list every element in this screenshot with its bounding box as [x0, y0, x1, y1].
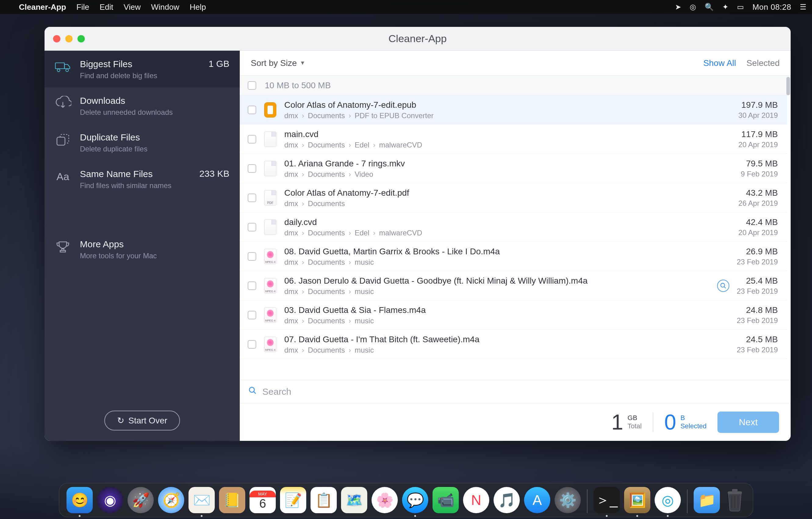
row-checkbox[interactable] [248, 340, 256, 349]
start-over-button[interactable]: ↻ Start Over [104, 411, 180, 431]
file-size: 42.4 MB [738, 217, 778, 227]
file-path: dmxDocumentsmusic [284, 287, 708, 296]
dock-mail-icon[interactable]: ✉️ [188, 487, 215, 513]
group-checkbox[interactable] [248, 81, 256, 90]
menu-file[interactable]: File [77, 2, 89, 12]
total-label: Total [628, 422, 641, 430]
svg-point-1 [57, 69, 60, 72]
aa-icon: Aa [54, 168, 72, 184]
file-date: 23 Feb 2019 [737, 346, 778, 354]
file-path: dmxDocumentsmusic [284, 258, 729, 267]
start-over-label: Start Over [128, 416, 168, 426]
window-zoom-button[interactable] [78, 35, 85, 43]
file-row[interactable]: 01. Ariana Grande - 7 rings.mkvdmxDocume… [240, 154, 787, 183]
file-size: 79.5 MB [741, 159, 778, 168]
selected-stat: 0 B Selected [664, 412, 707, 433]
file-row[interactable]: MPEG 403. David Guetta & Sia - Flames.m4… [240, 300, 787, 330]
dock-appstore-icon[interactable]: A [524, 487, 550, 513]
svg-rect-6 [728, 492, 742, 494]
sidebar-item-more-apps[interactable]: More Apps More tools for your Mac [45, 231, 240, 268]
dock-photos-icon[interactable]: 🌸 [372, 487, 398, 513]
dock-settings-icon[interactable]: ⚙️ [555, 487, 581, 513]
sidebar: Biggest Files Find and delete big files … [45, 51, 240, 441]
dock-preview-icon[interactable]: 🖼️ [624, 487, 650, 513]
status-circle-icon[interactable]: ◎ [690, 3, 696, 11]
dock-news-icon[interactable]: N [463, 487, 489, 513]
sidebar-item-subtitle: Delete duplicate files [80, 145, 229, 153]
spotlight-icon[interactable]: 🔍 [705, 3, 714, 11]
file-type-icon [264, 102, 277, 118]
file-row[interactable]: Color Atlas of Anatomy-7-edit.epubdmxDoc… [240, 95, 787, 125]
menu-help[interactable]: Help [190, 2, 206, 12]
file-row[interactable]: Color Atlas of Anatomy-7-edit.pdfdmxDocu… [240, 183, 787, 213]
row-checkbox[interactable] [248, 106, 256, 114]
refresh-icon: ↻ [117, 415, 124, 426]
sidebar-item-downloads[interactable]: Downloads Delete unneeded downloads [45, 87, 240, 124]
window-minimize-button[interactable] [65, 35, 72, 43]
file-row[interactable]: MPEG 406. Jason Derulo & David Guetta - … [240, 271, 787, 300]
dock-siri-icon[interactable]: ◉ [97, 487, 123, 513]
file-date: 20 Apr 2019 [738, 140, 778, 149]
sidebar-item-same-name-files[interactable]: Aa Same Name Files Find files with simil… [45, 161, 240, 197]
row-checkbox[interactable] [248, 311, 256, 319]
dock-contacts-icon[interactable]: 📒 [219, 487, 245, 513]
row-checkbox[interactable] [248, 164, 256, 173]
total-value: 1 [611, 412, 623, 433]
dock-trash-icon[interactable] [724, 487, 746, 513]
row-checkbox[interactable] [248, 252, 256, 261]
file-row[interactable]: main.cvddmxDocumentsEdelmalwareCVD117.9 … [240, 125, 787, 154]
sidebar-item-meta: 233 KB [200, 168, 229, 179]
main-panel: Sort by Size ▼ Show All Selected 10 MB t… [240, 51, 791, 441]
search-input[interactable] [262, 386, 782, 397]
dock-launchpad-icon[interactable]: 🚀 [127, 487, 154, 513]
row-checkbox[interactable] [248, 194, 256, 202]
file-path: dmxDocumentsVideo [284, 170, 734, 179]
window-close-button[interactable] [53, 35, 60, 43]
dock-downloads-folder-icon[interactable]: 📁 [694, 487, 720, 513]
menubar-app-name[interactable]: Cleaner-App [19, 2, 66, 12]
menu-window[interactable]: Window [151, 2, 179, 12]
file-size: 26.9 MB [737, 247, 778, 256]
status-cursor-icon[interactable]: ➤ [675, 3, 681, 11]
status-avast-icon[interactable]: ✦ [722, 3, 728, 11]
menu-view[interactable]: View [123, 2, 141, 12]
quicklook-icon[interactable] [717, 280, 729, 292]
menu-edit[interactable]: Edit [99, 2, 113, 12]
row-checkbox[interactable] [248, 223, 256, 231]
file-row[interactable]: MPEG 408. David Guetta, Martin Garrix & … [240, 242, 787, 271]
dock-safari-icon[interactable]: 🧭 [158, 487, 184, 513]
filter-selected[interactable]: Selected [747, 58, 780, 68]
next-button[interactable]: Next [718, 412, 779, 433]
scrollbar-thumb[interactable] [786, 77, 790, 95]
macos-menubar: Cleaner-App File Edit View Window Help ➤… [0, 0, 812, 14]
dock-finder-icon[interactable]: 😊 [66, 487, 93, 513]
dock-notes-icon[interactable]: 📝 [280, 487, 306, 513]
svg-point-4 [721, 283, 725, 287]
footer-bar: 1 GB Total 0 B Selected Next [240, 403, 791, 441]
sort-menu[interactable]: Sort by Size ▼ [251, 58, 305, 68]
window-titlebar: Cleaner-App [45, 27, 791, 51]
file-name: Color Atlas of Anatomy-7-edit.pdf [284, 187, 731, 198]
menubar-clock[interactable]: Mon 08:28 [753, 2, 791, 12]
dock-maps-icon[interactable]: 🗺️ [341, 487, 367, 513]
row-checkbox[interactable] [248, 135, 256, 143]
dock-reminders-icon[interactable]: 📋 [311, 487, 337, 513]
dock-broadcast-icon[interactable]: ◎ [655, 487, 681, 513]
dock-terminal-icon[interactable]: ＞_ [593, 487, 620, 513]
file-date: 23 Feb 2019 [737, 287, 778, 296]
dock-music-icon[interactable]: 🎵 [494, 487, 520, 513]
display-mirror-icon[interactable]: ▭ [737, 3, 744, 11]
file-row[interactable]: MPEG 407. David Guetta - I'm That Bitch … [240, 330, 787, 359]
dock-messages-icon[interactable]: 💬 [402, 487, 428, 513]
sidebar-item-duplicate-files[interactable]: Duplicate Files Delete duplicate files [45, 124, 240, 161]
file-row[interactable]: daily.cvddmxDocumentsEdelmalwareCVD42.4 … [240, 213, 787, 242]
file-size: 25.4 MB [737, 276, 778, 286]
notification-center-icon[interactable]: ☰ [800, 3, 807, 11]
row-checkbox[interactable] [248, 281, 256, 290]
svg-rect-0 [56, 63, 65, 69]
dock-calendar-icon[interactable]: MAY6 [250, 487, 276, 513]
chevron-down-icon: ▼ [300, 60, 305, 66]
dock-facetime-icon[interactable]: 📹 [433, 487, 459, 513]
sidebar-item-biggest-files[interactable]: Biggest Files Find and delete big files … [45, 51, 240, 87]
filter-show-all[interactable]: Show All [703, 58, 736, 68]
